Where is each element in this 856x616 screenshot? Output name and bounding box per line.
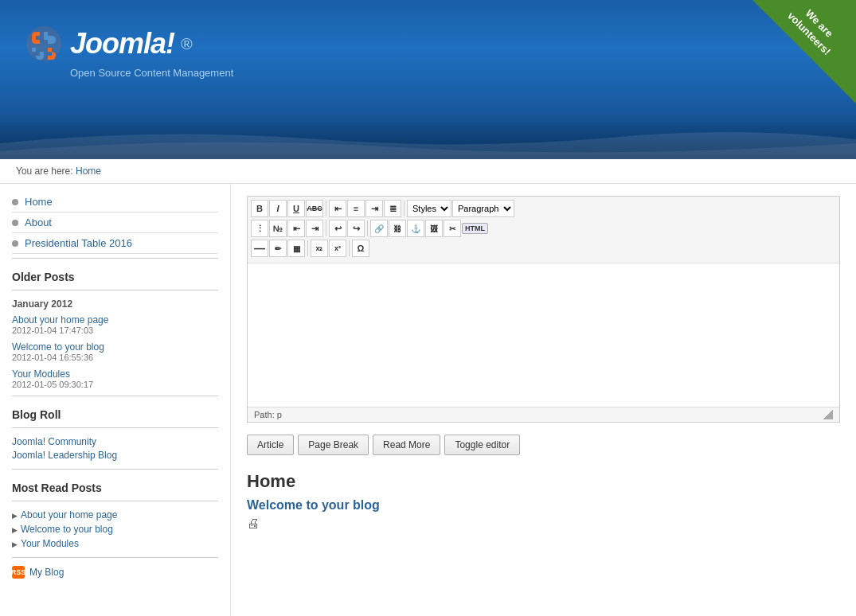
sub-button[interactable]: x₂: [311, 240, 328, 257]
paragraph-select[interactable]: Paragraph: [452, 200, 514, 217]
hr-button[interactable]: —: [251, 240, 268, 257]
older-post-link-0[interactable]: About your home page: [12, 314, 218, 326]
image-button[interactable]: 🖼: [425, 220, 443, 237]
toolbar-sep-1: [326, 201, 326, 216]
toolbar-row-1: B I U ABC ⇤ ≡ ⇥ ≣ Styles Paragraph: [251, 200, 836, 217]
toggle-editor-button[interactable]: Toggle editor: [444, 435, 520, 455]
ul-button[interactable]: ⋮: [251, 220, 268, 237]
older-post-link-1[interactable]: Welcome to your blog: [12, 341, 218, 353]
bold-button[interactable]: B: [251, 200, 268, 217]
editor-statusbar: Path: p: [248, 407, 839, 422]
site-tagline: Open Source Content Management: [70, 67, 233, 79]
rss-icon: RSS: [12, 566, 25, 579]
toolbar-sep-2: [404, 201, 405, 216]
editor-resize-handle[interactable]: [823, 410, 833, 419]
html-button[interactable]: HTML: [462, 223, 488, 234]
toolbar-sep-3: [326, 220, 326, 236]
read-more-button[interactable]: Read More: [373, 435, 440, 455]
nav-link-presidential[interactable]: Presidential Table 2016: [25, 237, 132, 249]
logo-area: Joomla! ® Open Source Content Management: [24, 24, 233, 79]
most-read-item-1: Welcome to your blog: [12, 524, 218, 535]
nav-link-about[interactable]: About: [25, 216, 52, 228]
blogroll-link-0[interactable]: Joomla! Community: [12, 436, 218, 447]
toolbar-row-2: ⋮ № ⇤ ⇥ ↩ ↪ 🔗 ⛓ ⚓ 🖼 ✂ HTML: [251, 220, 836, 237]
charmap-button[interactable]: Ω: [352, 240, 369, 257]
blogroll-hr: [12, 427, 218, 428]
unlink-button[interactable]: ⛓: [389, 220, 406, 237]
older-post-date-0: 2012-01-04 17:47:03: [12, 326, 218, 335]
nav-link-home[interactable]: Home: [25, 196, 53, 208]
article-button[interactable]: Article: [247, 435, 294, 455]
align-left-button[interactable]: ⇤: [329, 200, 346, 217]
sidebar: Home About Presidential Table 2016 Older…: [0, 184, 231, 616]
older-post-date-2: 2012-01-05 09:30:17: [12, 380, 218, 389]
blogroll-links: Joomla! Community Joomla! Leadership Blo…: [12, 436, 218, 461]
toolbar-sep-6: [349, 240, 350, 256]
table-button[interactable]: ▦: [287, 240, 305, 257]
ol-button[interactable]: №: [269, 220, 287, 237]
toolbar-sep-5: [307, 240, 308, 256]
redo-button[interactable]: ↪: [347, 220, 365, 237]
nav-bullet: [12, 220, 18, 226]
most-read-divider: [12, 469, 218, 470]
cleanup-button[interactable]: ✂: [444, 220, 461, 237]
older-posts-title: Older Posts: [12, 271, 218, 283]
align-right-button[interactable]: ⇥: [365, 200, 383, 217]
older-posts-divider: [12, 290, 218, 290]
undo-button[interactable]: ↩: [329, 220, 346, 237]
rss-divider: [12, 557, 218, 558]
editor-toolbar: B I U ABC ⇤ ≡ ⇥ ≣ Styles Paragraph: [248, 197, 839, 263]
align-center-button[interactable]: ≡: [347, 200, 365, 217]
nav-menu: Home About Presidential Table 2016: [12, 192, 218, 254]
most-read-link-1[interactable]: Welcome to your blog: [21, 524, 113, 535]
justify-button[interactable]: ≣: [384, 200, 401, 217]
rss-link[interactable]: My Blog: [29, 567, 64, 578]
joomla-logo-icon: [24, 24, 64, 64]
rss-row: RSS My Blog: [12, 566, 218, 579]
italic-button[interactable]: I: [269, 200, 287, 217]
toolbar-sep-4: [367, 220, 368, 236]
strikethrough-button[interactable]: ABC: [306, 200, 323, 217]
editor-action-buttons: Article Page Break Read More Toggle edit…: [247, 435, 840, 455]
cleanup2-button[interactable]: ✏: [269, 240, 287, 257]
link-button[interactable]: 🔗: [370, 220, 388, 237]
indent-button[interactable]: ⇥: [306, 220, 323, 237]
logo: Joomla! ®: [24, 24, 233, 64]
site-header: Joomla! ® Open Source Content Management…: [0, 0, 856, 159]
toolbar-row-3: — ✏ ▦ x₂ x² Ω: [251, 240, 836, 257]
nav-item-home[interactable]: Home: [12, 192, 218, 212]
print-icon[interactable]: 🖨: [247, 517, 840, 531]
older-posts-month: January 2012: [12, 298, 218, 310]
most-read-link-0[interactable]: About your home page: [21, 509, 117, 520]
blogroll-link-1[interactable]: Joomla! Leadership Blog: [12, 450, 218, 461]
blogroll-title: Blog Roll: [12, 408, 218, 421]
site-name: Joomla!: [70, 27, 174, 60]
blog-post-title: Welcome to your blog: [247, 498, 840, 513]
content-area: B I U ABC ⇤ ≡ ⇥ ≣ Styles Paragraph: [231, 184, 856, 616]
breadcrumb-home[interactable]: Home: [76, 166, 101, 177]
older-post-0: About your home page 2012-01-04 17:47:03: [12, 314, 218, 335]
breadcrumb-prefix: You are here:: [16, 166, 73, 177]
nav-bullet: [12, 199, 18, 205]
svg-point-0: [26, 26, 61, 61]
blog-post-link[interactable]: Welcome to your blog: [247, 498, 380, 512]
older-post-date-1: 2012-01-04 16:55:36: [12, 353, 218, 362]
outdent-button[interactable]: ⇤: [287, 220, 305, 237]
underline-button[interactable]: U: [287, 200, 305, 217]
most-read-link-2[interactable]: Your Modules: [21, 538, 79, 549]
nav-item-about[interactable]: About: [12, 212, 218, 233]
sup-button[interactable]: x²: [329, 240, 346, 257]
most-read-list: About your home page Welcome to your blo…: [12, 509, 218, 549]
page-break-button[interactable]: Page Break: [298, 435, 369, 455]
wave-decoration: [0, 127, 856, 159]
most-read-item-0: About your home page: [12, 509, 218, 520]
nav-item-presidential[interactable]: Presidential Table 2016: [12, 233, 218, 254]
breadcrumb: You are here: Home: [0, 159, 856, 184]
section-divider: [12, 258, 218, 259]
anchor-button[interactable]: ⚓: [407, 220, 424, 237]
most-read-title: Most Read Posts: [12, 481, 218, 494]
editor-container: B I U ABC ⇤ ≡ ⇥ ≣ Styles Paragraph: [247, 196, 840, 423]
styles-select[interactable]: Styles: [407, 200, 451, 217]
editor-body[interactable]: [248, 263, 839, 407]
older-post-link-2[interactable]: Your Modules: [12, 368, 218, 380]
